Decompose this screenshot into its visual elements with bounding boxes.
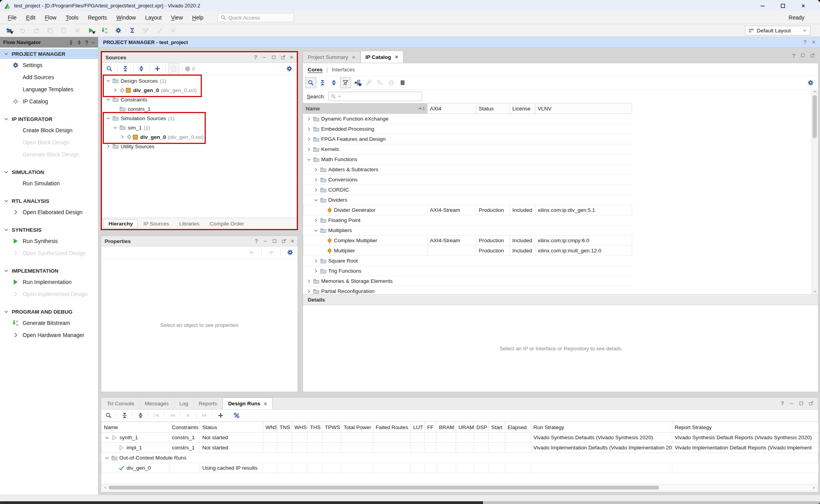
runs-row-impl-1[interactable]: impl_1constrs_1Not startedVivado Impleme… [102,443,818,453]
tree-item-div_gen_0[interactable]: div_gen_0 (div_gen_0.xci) [102,85,297,95]
ip-row-dynamic-function-exchange[interactable]: Dynamic Function eXchange [303,114,632,124]
scrollbar-thumb[interactable] [813,95,817,138]
ip-row-multipliers[interactable]: Multipliers [303,225,632,236]
flow-section-header[interactable]: PROJECT MANAGER [0,49,98,59]
runs-column-header-wns[interactable]: WNS [263,422,277,433]
license-button[interactable] [375,78,385,88]
sources-settings-button[interactable] [284,64,294,74]
flow-item-language-templates[interactable]: Language Templates [0,83,98,95]
runs-column-header-constraints[interactable]: Constraints [169,422,200,433]
search-button[interactable] [305,77,316,88]
maximize-icon[interactable] [271,55,276,60]
run-button[interactable] [86,25,96,35]
maximize-icon[interactable] [799,401,804,406]
runs-column-header-tns[interactable]: TNS [277,422,292,433]
menu-view[interactable]: View [166,13,187,22]
minimize-icon[interactable] [789,401,794,406]
tree-item-Utility Sources[interactable]: Utility Sources [102,142,297,151]
open-project-button[interactable] [4,25,14,35]
generate-bitstream-button[interactable]: 0110 [100,25,110,35]
group-by-button[interactable] [352,78,362,88]
tree-item-Design Sources[interactable]: Design Sources (1) [102,76,297,85]
filter-button[interactable] [340,77,351,88]
flow-item-add-sources[interactable]: Add Sources [0,71,98,83]
editor-tab-project-summary[interactable]: Project Summary× [303,51,360,63]
mark-button[interactable] [154,25,164,35]
menu-file[interactable]: File [3,13,21,22]
runs-column-header-lut[interactable]: LUT [411,422,425,433]
resource-utilization-button[interactable] [232,410,242,421]
flow-item-run-implementation[interactable]: Run Implementation [0,276,98,288]
flow-section-header[interactable]: IP INTEGRATOR [0,114,98,124]
runs-column-header-ff[interactable]: FF [425,422,437,433]
ip-row-kernels[interactable]: Kernels [303,144,632,154]
runs-column-header-failed-routes[interactable]: Failed Routes [373,422,411,433]
ip-row-conversions[interactable]: Conversions [303,175,632,185]
back-button[interactable] [247,247,257,257]
search-button[interactable] [104,64,114,74]
unmark-button[interactable] [168,25,178,35]
forward-button[interactable] [266,247,276,257]
horizontal-scrollbar[interactable] [102,484,817,491]
collapse-all-button[interactable] [317,78,328,88]
bottom-tab-tcl-console[interactable]: Tcl Console [102,398,140,409]
report-button[interactable] [127,25,137,35]
minimize-icon[interactable]: – [92,40,95,45]
ip-subtab-cores[interactable]: Cores [308,67,323,73]
help-icon[interactable]: ? [781,401,784,406]
runs-column-header-elapsed[interactable]: Elapsed [505,422,531,433]
collapse-all-icon[interactable] [69,40,73,45]
bottom-tab-design-runs[interactable]: Design Runs× [223,398,273,409]
runs-row-div-gen-0[interactable]: div_gen_0Using cached IP results [102,463,818,473]
close-icon[interactable]: × [291,238,294,244]
flow-item-create-block-design[interactable]: Create Block Design [0,124,98,136]
undo-button[interactable] [18,25,28,35]
close-icon[interactable]: × [812,39,815,45]
menu-edit[interactable]: Edit [21,13,40,22]
tree-item-sim_1[interactable]: sim_1 (1) [102,123,297,132]
ip-row-square-root[interactable]: Square Root [303,256,632,266]
device-button[interactable] [386,78,396,88]
customize-button[interactable] [364,78,374,88]
previous-run-button[interactable] [168,410,178,421]
flow-item-generate-bitstream[interactable]: 0110Generate Bitstream [0,317,98,329]
ip-row-adders-subtracters[interactable]: Adders & Subtracters [303,165,632,175]
ip-subtab-interfaces[interactable]: Interfaces [332,67,355,73]
menu-window[interactable]: Window [112,13,141,22]
collapse-all-button[interactable] [119,410,130,421]
runs-row-synth-1[interactable]: synth_1constrs_1Not startedVivado Synthe… [102,433,818,443]
flow-section-header[interactable]: RTL ANALYSIS [0,196,98,206]
sources-tab-libraries[interactable]: Libraries [175,220,204,228]
close-icon[interactable]: × [290,55,293,60]
window-maximize-button[interactable] [780,3,786,9]
maximize-icon[interactable] [272,239,277,243]
settings-button[interactable] [113,25,123,35]
bottom-tab-log[interactable]: Log [174,398,194,409]
ip-row-dividers[interactable]: Dividers [303,195,632,205]
ip-row-complex-multiplier[interactable]: Complex MultiplierAXI4-StreamProductionI… [303,236,632,246]
ip-row-trig-functions[interactable]: Trig Functions [303,266,632,276]
flow-section-header[interactable]: SIMULATION [0,167,98,177]
quick-access-input[interactable]: Quick Access [217,13,294,22]
ip-row-embedded-processing[interactable]: Embedded Processing [303,124,632,134]
bottom-tab-reports[interactable]: Reports [194,398,223,409]
properties-settings-button[interactable] [285,247,295,257]
minimize-icon[interactable] [262,55,267,60]
column-header-status[interactable]: Status [476,103,510,114]
help-icon[interactable]: ? [255,238,258,244]
float-icon[interactable] [810,53,815,58]
minimize-icon[interactable] [263,239,267,243]
menu-tools[interactable]: Tools [61,13,83,22]
tree-item-Simulation Sources[interactable]: Simulation Sources (1) [102,114,297,123]
scrollbar-thumb[interactable] [109,486,659,490]
delete-button[interactable] [72,25,82,35]
runs-column-header-ths[interactable]: THS [308,422,323,433]
menu-help[interactable]: Help [187,13,208,22]
redo-button[interactable] [31,25,41,35]
flow-item-settings[interactable]: Settings [0,59,98,71]
flow-item-run-synthesis[interactable]: Run Synthesis [0,235,98,247]
edit-timing-button[interactable] [141,25,151,35]
vertical-scrollbar[interactable] [811,89,818,294]
sources-tab-compile-order[interactable]: Compile Order [205,220,249,228]
expand-all-button[interactable] [136,64,146,74]
